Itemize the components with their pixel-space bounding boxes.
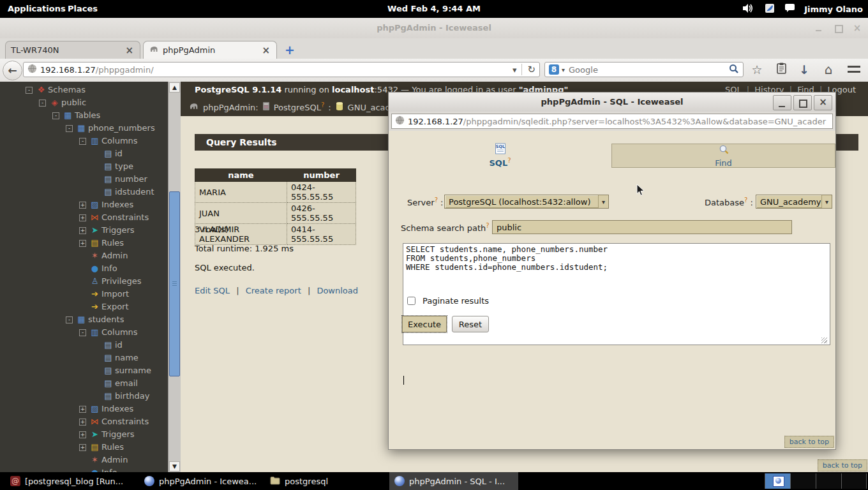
chevron-down-icon[interactable]: ▾ <box>821 195 832 208</box>
tree-item[interactable]: +➤Triggers <box>0 428 168 441</box>
database-select[interactable]: GNU_academy ▾ <box>756 195 832 209</box>
tree-item[interactable]: ▤surname <box>0 364 168 377</box>
tree-item-label[interactable]: name <box>115 352 138 364</box>
popup-maximize-button[interactable] <box>793 95 812 110</box>
tree-item-label[interactable]: Admin <box>101 454 128 466</box>
tree-item[interactable]: ➔Import <box>0 288 168 301</box>
bookmarks-panel-icon[interactable] <box>774 63 789 77</box>
stylus-input-icon[interactable] <box>764 3 775 15</box>
execute-button[interactable]: Execute <box>402 316 447 332</box>
search-engine-dropdown-icon[interactable]: ▾ <box>562 66 565 73</box>
downloads-icon[interactable]: ↓ <box>797 63 812 77</box>
expand-toggle-icon[interactable]: + <box>79 419 86 426</box>
tree-item-label[interactable]: Indexes <box>101 403 133 415</box>
minimize-button[interactable] <box>814 24 823 33</box>
scroll-down-icon[interactable]: ▼ <box>169 461 180 471</box>
tab-sql[interactable]: SQL SQL? <box>389 144 611 168</box>
help-question-icon[interactable]: ? <box>744 197 747 204</box>
tree-item-label[interactable]: phone_numbers <box>88 122 155 135</box>
tree-item[interactable]: ♙Privileges <box>0 275 168 288</box>
tree-item[interactable]: ▤number <box>0 173 168 186</box>
reload-icon[interactable]: ↻ <box>527 64 535 75</box>
tree-item[interactable]: +▤Rules <box>0 441 168 454</box>
volume-icon[interactable] <box>742 3 755 15</box>
tab-phppgadmin[interactable]: phpPgAdmin × <box>143 41 277 59</box>
back-to-top-link[interactable]: back to top <box>818 459 867 471</box>
tree-item[interactable]: +▨Indexes <box>0 403 168 415</box>
help-question-icon[interactable]: ? <box>321 101 324 108</box>
expand-toggle-icon[interactable]: + <box>79 444 86 451</box>
tree-item-label[interactable]: number <box>115 173 147 186</box>
action-link-create-report[interactable]: Create report <box>246 286 301 295</box>
chat-icon[interactable] <box>784 3 795 15</box>
menu-hamburger-icon[interactable] <box>848 66 860 74</box>
collapse-toggle-icon[interactable]: - <box>39 100 46 107</box>
collapse-toggle-icon[interactable]: - <box>66 316 73 323</box>
collapse-toggle-icon[interactable]: - <box>79 138 86 145</box>
search-input[interactable] <box>567 64 726 75</box>
popup-titlebar[interactable]: phpPgAdmin - SQL - Iceweasel × <box>389 93 835 112</box>
tree-item[interactable]: -▦students <box>0 313 168 326</box>
help-question-icon[interactable]: ? <box>486 222 489 229</box>
tree-item-label[interactable]: Info <box>101 466 117 472</box>
tree-item-label[interactable]: Export <box>101 301 129 313</box>
collapse-toggle-icon[interactable]: - <box>79 329 86 336</box>
popup-minimize-button[interactable] <box>773 95 791 110</box>
google-engine-icon[interactable]: 8 <box>549 64 559 75</box>
tree-item-label[interactable]: students <box>88 313 124 326</box>
taskbar-item[interactable]: phpPgAdmin - Icewea... <box>139 472 262 490</box>
browser-titlebar[interactable]: phpPgAdmin - Iceweasel × <box>0 18 868 39</box>
breadcrumb-server[interactable]: PostgreSQL? <box>274 101 325 112</box>
expand-toggle-icon[interactable]: + <box>79 240 86 247</box>
tree-item-label[interactable]: idstudent <box>115 186 154 198</box>
taskbar-item[interactable]: @[postgresql_blog [Run... <box>5 472 128 490</box>
tree-item-label[interactable]: Constraints <box>101 211 149 224</box>
expand-toggle-icon[interactable]: + <box>79 214 86 221</box>
expand-toggle-icon[interactable]: + <box>79 227 86 234</box>
tree-item[interactable]: -◈public <box>0 96 168 109</box>
tree-item[interactable]: -▦phone_numbers <box>0 122 168 135</box>
tree-item[interactable]: ▤id <box>0 339 168 352</box>
scroll-up-icon[interactable]: ▲ <box>169 82 180 93</box>
tree-item-label[interactable]: Info <box>101 262 117 275</box>
popup-url-bar[interactable]: 192.168.1.27/phppgadmin/sqledit.php?serv… <box>391 114 833 129</box>
workspace-4[interactable] <box>841 473 867 489</box>
search-icon[interactable] <box>729 64 739 76</box>
tree-item[interactable]: +➤Triggers <box>0 224 168 237</box>
tree-item-label[interactable]: Columns <box>101 326 138 339</box>
tree-item-label[interactable]: email <box>115 377 138 390</box>
tree-item[interactable]: +⋈Constraints <box>0 211 168 224</box>
workspace-2[interactable] <box>790 473 816 489</box>
tree-item[interactable]: ▤birthday <box>0 390 168 403</box>
tree-item[interactable]: ●Info <box>0 466 168 472</box>
tree-item-label[interactable]: surname <box>115 364 151 377</box>
tree-item[interactable]: +▨Indexes <box>0 198 168 211</box>
tree-item-label[interactable]: type <box>115 160 133 173</box>
tree-item[interactable]: ▤id <box>0 147 168 160</box>
tree-item-label[interactable]: Admin <box>101 249 128 262</box>
tree-item[interactable]: +⋈Constraints <box>0 415 168 428</box>
tree-item-label[interactable]: Tables <box>75 109 100 122</box>
server-select[interactable]: PostgreSQL (localhost:5432:allow) ▾ <box>444 195 609 209</box>
collapse-toggle-icon[interactable]: - <box>26 87 33 94</box>
bookmark-star-icon[interactable]: ☆ <box>749 63 765 77</box>
help-question-icon[interactable]: ? <box>507 157 511 164</box>
search-bar[interactable]: 8 ▾ <box>544 62 744 77</box>
schema-search-path-input[interactable] <box>492 220 792 234</box>
workspace-switcher[interactable] <box>765 473 867 489</box>
tab-tl-wr740n[interactable]: TL-WR740N × <box>5 41 140 59</box>
taskbar-item[interactable]: phpPgAdmin - SQL - I... <box>389 472 518 490</box>
tree-item-label[interactable]: birthday <box>115 390 149 403</box>
tree-item[interactable]: -❖Schemas <box>0 84 168 96</box>
tree-item-label[interactable]: Indexes <box>101 198 133 211</box>
tree-item[interactable]: ▤idstudent <box>0 186 168 198</box>
user-menu[interactable]: Jimmy Olano <box>804 4 863 14</box>
reset-button[interactable]: Reset <box>452 316 489 332</box>
new-tab-button[interactable]: + <box>283 43 296 56</box>
tree-item-label[interactable]: Schemas <box>48 84 86 96</box>
tree-item[interactable]: -▥Columns <box>0 326 168 339</box>
tree-item-label[interactable]: Rules <box>101 441 124 454</box>
tree-item-label[interactable]: Constraints <box>101 415 149 428</box>
tree-item[interactable]: ✶Admin <box>0 249 168 262</box>
scrollbar-thumb[interactable] <box>169 191 180 376</box>
